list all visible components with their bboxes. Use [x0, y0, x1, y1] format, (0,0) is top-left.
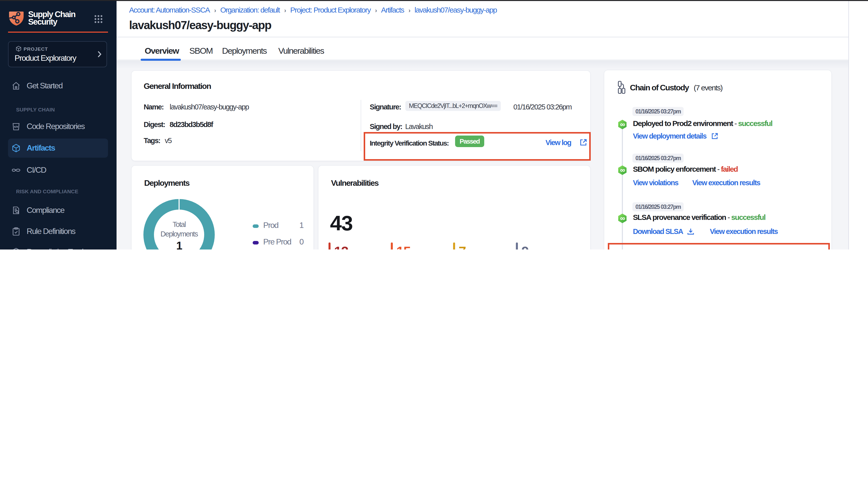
svg-text:∞: ∞ — [620, 166, 625, 174]
svg-text:∞: ∞ — [620, 214, 625, 222]
svg-text:∞: ∞ — [620, 121, 625, 128]
